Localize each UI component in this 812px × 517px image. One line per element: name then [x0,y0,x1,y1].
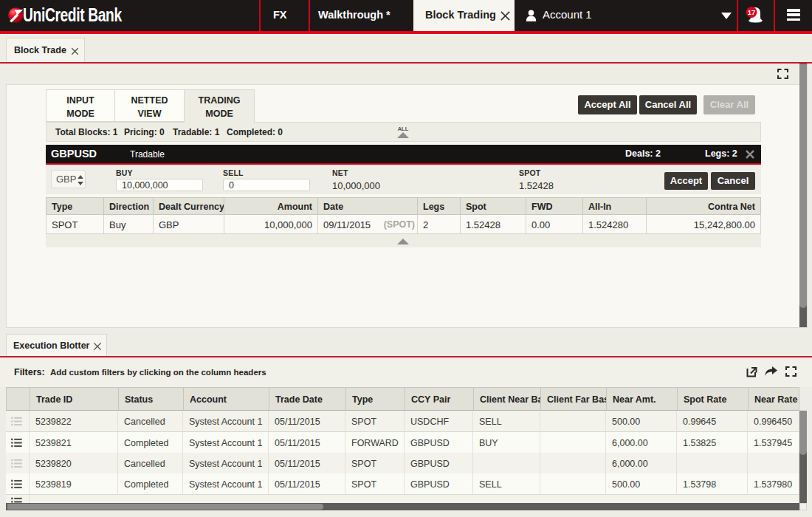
svg-text:17: 17 [748,8,756,16]
